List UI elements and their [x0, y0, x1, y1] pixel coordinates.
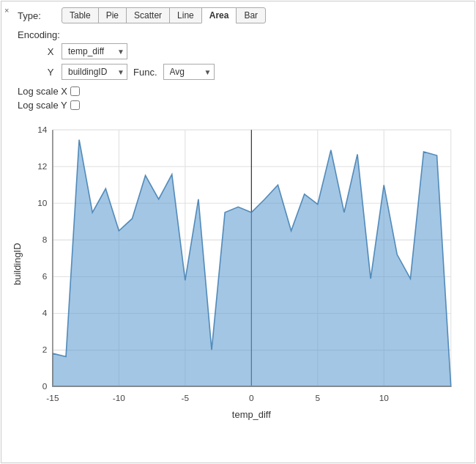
x-select-wrapper: temp_diff ▼ — [62, 43, 127, 59]
svg-text:8: 8 — [42, 235, 48, 245]
svg-text:0: 0 — [42, 381, 48, 391]
func-select-wrapper: Avg ▼ — [163, 64, 215, 80]
log-scale-x-label: Log scale X — [18, 86, 67, 97]
log-scale-x-checkbox[interactable] — [70, 86, 80, 96]
y-select-wrapper: buildingID ▼ — [62, 64, 127, 80]
y-select[interactable]: buildingID — [62, 64, 127, 80]
func-label: Func. — [133, 67, 157, 78]
svg-text:14: 14 — [37, 125, 48, 135]
log-scale-y-checkbox[interactable] — [70, 100, 80, 110]
type-button-group: Table Pie Scatter Line Area Bar — [62, 7, 266, 23]
log-scale-y-label: Log scale Y — [18, 100, 67, 111]
svg-text:6: 6 — [42, 271, 48, 281]
svg-text:2: 2 — [42, 345, 48, 355]
svg-text:10: 10 — [379, 393, 390, 403]
area-chart: -15 -10 -5 0 5 10 0 2 4 6 8 10 12 14 bui… — [7, 118, 469, 426]
svg-text:-10: -10 — [113, 393, 126, 403]
y-axis-label-enc: Y — [44, 67, 57, 78]
chart-container: -15 -10 -5 0 5 10 0 2 4 6 8 10 12 14 bui… — [7, 118, 469, 426]
main-container: × Type: Table Pie Scatter Line Area Bar … — [1, 1, 475, 463]
svg-text:10: 10 — [37, 198, 48, 208]
type-area-button[interactable]: Area — [201, 7, 237, 23]
func-select[interactable]: Avg — [163, 64, 215, 80]
type-table-button[interactable]: Table — [62, 7, 99, 23]
close-button[interactable]: × — [4, 6, 9, 15]
type-pie-button[interactable]: Pie — [98, 7, 127, 23]
svg-text:temp_diff: temp_diff — [232, 409, 271, 420]
type-label: Type: — [18, 10, 62, 21]
svg-text:-5: -5 — [182, 393, 190, 403]
svg-text:buildingID: buildingID — [12, 243, 23, 285]
x-select[interactable]: temp_diff — [62, 43, 127, 59]
svg-text:12: 12 — [37, 161, 47, 172]
encoding-label: Encoding: — [18, 29, 62, 40]
x-axis-label: X — [44, 46, 57, 57]
svg-text:0: 0 — [249, 393, 254, 403]
svg-text:5: 5 — [315, 393, 320, 403]
svg-text:-15: -15 — [46, 393, 59, 403]
type-line-button[interactable]: Line — [169, 7, 202, 23]
type-scatter-button[interactable]: Scatter — [126, 7, 170, 23]
type-bar-button[interactable]: Bar — [236, 7, 266, 23]
svg-text:4: 4 — [42, 308, 48, 318]
